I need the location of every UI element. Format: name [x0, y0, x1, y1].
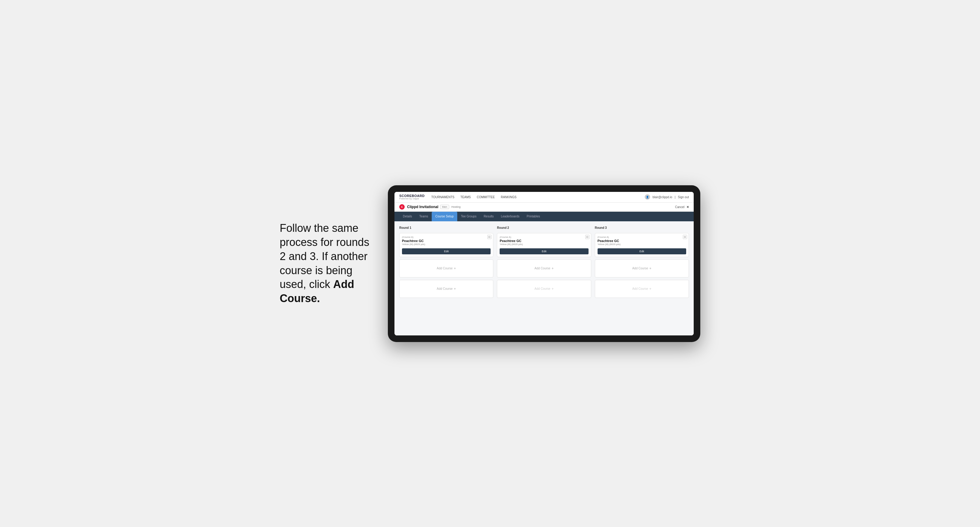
tab-details[interactable]: Details: [399, 212, 416, 221]
round-3-column: Round 3 (Course A) Peachtree GC Yellow (…: [595, 226, 689, 298]
round-3-add-course-1[interactable]: Add Course +: [595, 259, 689, 278]
tab-bar: Details Teams Course Setup Tee Groups Re…: [395, 212, 694, 221]
round-2-course-details: Yellow (M) (6629 yds): [500, 243, 588, 246]
round-2-add-plus-2-icon: +: [552, 287, 554, 291]
round-1-course-1-card: (Course A) Peachtree GC Yellow (M) (6629…: [399, 233, 493, 257]
round-2-add-plus-1-icon: +: [552, 267, 554, 271]
tablet-screen: SCOREBOARD Powered by clippd TOURNAMENTS…: [395, 192, 694, 335]
round-3-course-name: Peachtree GC: [598, 239, 686, 243]
round-3-add-course-2: Add Course +: [595, 280, 689, 298]
round-1-add-course-2-label: Add Course: [437, 287, 453, 290]
instruction-text: Follow the same process for rounds 2 and…: [280, 221, 370, 306]
sub-header: C Clippd Invitational Men Hosting Cancel…: [395, 203, 694, 212]
tab-course-setup[interactable]: Course Setup: [432, 212, 457, 221]
tournament-name: Clippd Invitational: [407, 205, 438, 209]
nav-links: TOURNAMENTS TEAMS COMMITTEE RANKINGS: [431, 195, 644, 199]
round-3-add-course-2-label: Add Course: [632, 287, 648, 290]
round-1-add-course-1-label: Add Course: [437, 267, 453, 270]
round-1-add-course-1[interactable]: Add Course +: [399, 259, 493, 278]
tab-printables[interactable]: Printables: [523, 212, 544, 221]
nav-teams[interactable]: TEAMS: [460, 195, 471, 199]
round-2-course-1-wrapper: (Course A) Peachtree GC Yellow (M) (6629…: [497, 233, 591, 257]
round-3-course-1-card: (Course A) Peachtree GC Yellow (M) (6629…: [595, 233, 689, 257]
round-1-edit-button[interactable]: Edit: [402, 248, 491, 254]
nav-separator: |: [675, 195, 676, 199]
round-3-add-plus-2-icon: +: [649, 287, 651, 291]
round-1-add-plus-1-icon: +: [454, 267, 456, 271]
round-1-column: Round 1 (Course A) Peachtree GC Yellow (…: [399, 226, 493, 298]
tab-results[interactable]: Results: [480, 212, 497, 221]
instruction-panel: Follow the same process for rounds 2 and…: [280, 221, 370, 306]
round-2-delete-icon[interactable]: ⊟: [585, 235, 589, 239]
nav-committee[interactable]: COMMITTEE: [476, 195, 495, 199]
main-content: Round 1 (Course A) Peachtree GC Yellow (…: [395, 221, 694, 335]
round-3-add-plus-1-icon: +: [649, 267, 651, 271]
tablet-frame: SCOREBOARD Powered by clippd TOURNAMENTS…: [388, 185, 700, 342]
round-2-course-label: (Course A): [500, 236, 588, 238]
nav-right: 👤 blair@clippd.io | Sign out: [645, 194, 689, 200]
round-2-edit-button[interactable]: Edit: [500, 248, 588, 254]
round-1-add-plus-2-icon: +: [454, 287, 456, 291]
round-2-title: Round 2: [497, 226, 591, 229]
user-email: blair@clippd.io: [652, 195, 672, 199]
round-2-course-1-card: (Course A) Peachtree GC Yellow (M) (6629…: [497, 233, 591, 257]
cancel-button[interactable]: Cancel ✕: [675, 205, 689, 209]
round-1-add-course-2[interactable]: Add Course +: [399, 280, 493, 298]
round-1-course-details: Yellow (M) (6629 yds): [402, 243, 491, 246]
nav-tournaments[interactable]: TOURNAMENTS: [431, 195, 455, 199]
cancel-x-icon: ✕: [686, 205, 689, 209]
round-1-course-label: (Course A): [402, 236, 491, 238]
round-2-column: Round 2 (Course A) Peachtree GC Yellow (…: [497, 226, 591, 298]
round-3-add-course-1-label: Add Course: [632, 267, 648, 270]
nav-rankings[interactable]: RANKINGS: [500, 195, 517, 199]
round-3-course-details: Yellow (M) (6629 yds): [598, 243, 686, 246]
round-2-add-course-2: Add Course +: [497, 280, 591, 298]
round-2-add-course-1-label: Add Course: [535, 267, 550, 270]
round-2-course-name: Peachtree GC: [500, 239, 588, 243]
round-3-delete-icon[interactable]: ⊟: [683, 235, 687, 239]
round-3-title: Round 3: [595, 226, 689, 229]
sign-out-link[interactable]: Sign out: [678, 195, 689, 199]
brand-logo: SCOREBOARD Powered by clippd: [399, 194, 425, 200]
tab-leaderboards[interactable]: Leaderboards: [497, 212, 523, 221]
round-2-add-course-2-label: Add Course: [535, 287, 550, 290]
tab-teams[interactable]: Teams: [416, 212, 432, 221]
tournament-logo: C: [399, 204, 405, 210]
hosting-badge: Hosting: [452, 205, 461, 208]
tab-tee-groups[interactable]: Tee Groups: [457, 212, 480, 221]
round-3-course-label: (Course A): [598, 236, 686, 238]
round-2-add-course-1[interactable]: Add Course +: [497, 259, 591, 278]
round-3-edit-button[interactable]: Edit: [598, 248, 686, 254]
avatar: 👤: [645, 194, 650, 200]
round-1-course-name: Peachtree GC: [402, 239, 491, 243]
round-3-course-1-wrapper: (Course A) Peachtree GC Yellow (M) (6629…: [595, 233, 689, 257]
round-1-course-1-wrapper: (Course A) Peachtree GC Yellow (M) (6629…: [399, 233, 493, 257]
page-wrapper: Follow the same process for rounds 2 and…: [280, 185, 700, 342]
round-1-delete-icon[interactable]: ⊟: [487, 235, 492, 239]
rounds-grid: Round 1 (Course A) Peachtree GC Yellow (…: [399, 226, 689, 298]
round-1-title: Round 1: [399, 226, 493, 229]
top-nav: SCOREBOARD Powered by clippd TOURNAMENTS…: [395, 192, 694, 203]
tournament-gender: Men: [440, 205, 449, 209]
